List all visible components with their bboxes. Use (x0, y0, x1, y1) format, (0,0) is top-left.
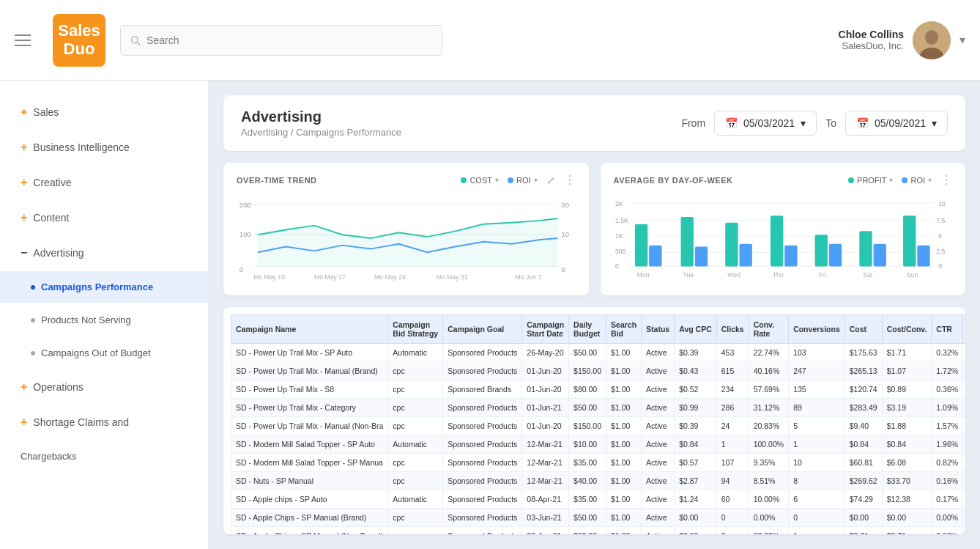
table-cell: 0.00% (932, 509, 963, 527)
table-cell: $0.57 (675, 454, 717, 472)
table-cell: $74.29 (844, 490, 882, 509)
table-cell: 0.32% (932, 344, 963, 362)
search-bar[interactable] (120, 25, 442, 56)
sidebar-item-business-intelligence[interactable]: + Business Intelligence (0, 130, 208, 164)
user-chevron-icon[interactable]: ▾ (959, 33, 965, 47)
sidebar-item-products-not-serving[interactable]: Products Not Serving (0, 304, 208, 336)
user-company: SalesDuo, Inc. (839, 40, 904, 51)
svg-text:Mo May 17: Mo May 17 (314, 273, 346, 281)
table-cell: $0.89 (882, 380, 932, 399)
sidebar-item-creative[interactable]: + Creative (0, 166, 208, 199)
table-cell: 0.82% (932, 454, 963, 472)
table-cell: 08-Apr-21 (522, 490, 569, 509)
svg-rect-48 (917, 246, 929, 267)
table-cell: 12-Mar-21 (522, 454, 569, 472)
date-to-picker[interactable]: 📅 05/09/2021 ▾ (845, 111, 948, 136)
svg-rect-47 (903, 215, 916, 266)
legend-roi-right-dot (902, 177, 907, 183)
table-cell: $2.71 (882, 527, 932, 535)
table-cell: SD - Power Up Trail Mix - Manual (Brand) (231, 362, 388, 380)
svg-text:Sun: Sun (906, 271, 918, 279)
sidebar-item-content[interactable]: + Content (0, 201, 208, 235)
user-info: Chloe Collins SalesDuo, Inc. ▾ (839, 21, 965, 59)
table-cell: cpc (388, 527, 443, 535)
sidebar-item-campaigns-performance[interactable]: Campaigns Performance (0, 271, 208, 303)
svg-text:Mon: Mon (636, 271, 649, 279)
table-row: SD - Modern Mill Salad Topper - SP Manua… (231, 454, 966, 472)
col-status: Status (642, 315, 675, 344)
svg-text:200: 200 (240, 201, 251, 209)
sidebar-label-bi: Business Intelligence (33, 141, 130, 153)
page-subtitle: Advertising / Campaigns Performance (241, 127, 401, 138)
table-cell: $40.00 (569, 472, 606, 490)
table-cell: 01-Jun-20 (522, 362, 569, 380)
col-imp-share: Imp. Share (963, 315, 965, 344)
svg-rect-44 (828, 244, 841, 267)
svg-rect-37 (680, 217, 693, 266)
table-cell: 615 (716, 362, 749, 380)
campaigns-table-card: Campaign Name CampaignBid Strategy Campa… (223, 307, 965, 534)
svg-line-1 (137, 42, 139, 44)
table-cell: $269.62 (844, 472, 882, 490)
sidebar-item-sales[interactable]: + Sales (0, 95, 208, 129)
table-cell: 03-Jun-21 (522, 509, 569, 527)
sidebar-item-advertising[interactable]: − Advertising (0, 236, 208, 270)
svg-text:Wed: Wed (727, 271, 740, 279)
svg-rect-39 (725, 223, 738, 267)
sidebar-item-chargebacks[interactable]: Chargebacks (0, 441, 208, 472)
sidebar-item-campaigns-out-of-budget[interactable]: Campaigns Out of Budget (0, 337, 208, 369)
legend-roi-chevron[interactable]: ▾ (534, 176, 538, 184)
table-cell: 0.00% (963, 344, 965, 362)
table-cell: $1.88 (882, 417, 932, 435)
legend-roi-right-chevron[interactable]: ▾ (928, 176, 932, 184)
table-cell: SD - Power Up Trail Mix - SP Auto (231, 344, 388, 362)
overtime-chart-svg: 200 100 0 20 10 0 (237, 194, 576, 282)
sidebar-plus-icon: + (21, 141, 27, 154)
table-cell: Sponsored Brands (443, 380, 522, 399)
date-from-picker[interactable]: 📅 05/03/2021 ▾ (714, 111, 817, 136)
table-cell: $6.08 (882, 454, 932, 472)
table-cell: $1.00 (606, 490, 642, 509)
table-cell: Sponsored Products (443, 454, 522, 472)
table-row: SD - Apple Chips - SP Manual (Brand)cpcS… (231, 509, 966, 527)
hamburger-menu[interactable] (15, 34, 31, 46)
table-cell: 9.35% (749, 454, 788, 472)
sidebar-item-shortage-claims[interactable]: + Shortage Claims and (0, 405, 208, 439)
legend-cost-chevron[interactable]: ▾ (495, 176, 499, 184)
table-cell: 1.96% (932, 435, 963, 454)
svg-point-3 (925, 30, 938, 45)
table-cell: $0.99 (675, 399, 717, 417)
svg-text:20: 20 (561, 201, 569, 209)
logo-text-line1: Sales (58, 22, 100, 40)
table-cell: cpc (388, 417, 443, 435)
chart-left-header: OVER-TIME TREND COST ▾ ROI ▾ (237, 173, 576, 187)
search-input[interactable] (146, 34, 433, 46)
table-cell: 0 (789, 509, 845, 527)
legend-profit-chevron[interactable]: ▾ (889, 176, 893, 184)
main-area: + Sales + Business Intelligence + Creati… (0, 81, 980, 549)
search-icon (130, 34, 141, 46)
legend-roi-label: ROI (516, 176, 531, 185)
table-cell: $2.87 (675, 472, 717, 490)
chart-menu-icon[interactable]: ⋮ (564, 173, 576, 187)
legend-roi: ROI ▾ (508, 176, 538, 185)
sidebar-item-operations[interactable]: + Operations (0, 370, 208, 404)
table-cell: $1.00 (606, 472, 642, 490)
expand-chart-icon[interactable]: ⤢ (546, 174, 555, 186)
table-cell: $0.84 (675, 435, 717, 454)
table-cell: Active (642, 380, 675, 399)
col-cost-conv: Cost/Conv. (882, 315, 932, 344)
table-cell: $3.19 (882, 399, 932, 417)
table-cell: 84.90% (963, 362, 965, 380)
sidebar-label-products-not-serving: Products Not Serving (41, 314, 131, 325)
sidebar-label-campaigns-performance: Campaigns Performance (41, 281, 153, 292)
svg-text:Thu: Thu (772, 271, 783, 279)
col-search-bid: SearchBid (606, 315, 642, 344)
table-cell: 0.00% (749, 509, 788, 527)
table-cell: SD - Power Up Trail Mix - Manual (Non-Br… (231, 417, 388, 435)
to-label: To (825, 117, 836, 129)
table-row: SD - Power Up Trail Mix - Manual (Brand)… (231, 362, 966, 380)
table-cell: 03-Jun-21 (522, 527, 569, 535)
svg-text:2K: 2K (615, 200, 623, 207)
chart-right-menu-icon[interactable]: ⋮ (940, 173, 952, 187)
